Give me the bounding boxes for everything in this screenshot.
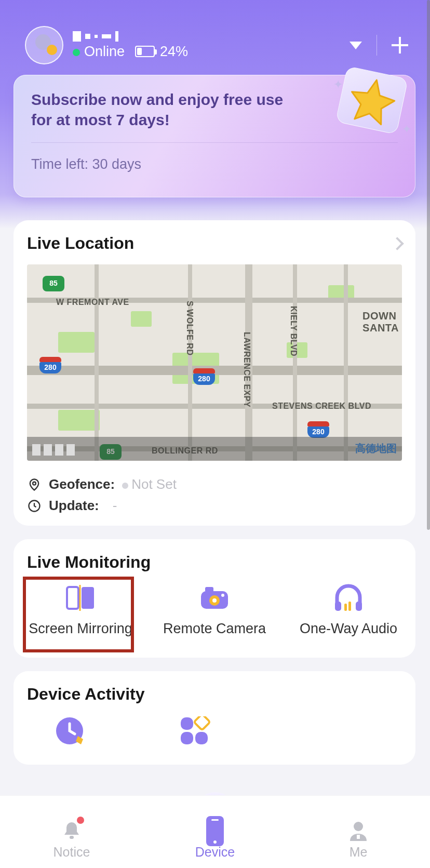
route-shield-icon: 85 <box>43 276 64 291</box>
svg-rect-12 <box>344 604 347 611</box>
route-shield-icon: 280 <box>307 421 329 437</box>
live-monitoring-title: Live Monitoring <box>14 553 415 572</box>
svg-rect-10 <box>335 602 341 611</box>
head�hones-icon <box>282 582 414 613</box>
device-name <box>73 31 188 42</box>
map-street-label: KIELY BLVD <box>289 306 298 356</box>
chevron-right-icon[interactable] <box>391 237 404 250</box>
map-street-label: W FREMONT AVE <box>56 298 129 307</box>
phone-icon <box>206 816 224 846</box>
app-activity-button[interactable] <box>180 716 211 747</box>
map-footer-overlay <box>27 437 402 461</box>
promo-title: Subscribe now and enjoy free use for at … <box>31 89 301 130</box>
live-location-title: Live Location <box>27 234 134 253</box>
map-provider-logo: 高德地图 <box>355 442 397 456</box>
tab-me[interactable]: Me <box>306 818 410 860</box>
svg-rect-18 <box>194 716 210 730</box>
remote-camera-button[interactable]: Remote Camera <box>148 582 280 637</box>
subscription-promo-card[interactable]: Subscribe now and enjoy free use for at … <box>14 75 415 197</box>
live-location-card: Live Location W FREMONT AVE S WOLFE RD L… <box>14 220 415 526</box>
bottom-tab-bar: Notice Device Me <box>0 795 430 868</box>
geofence-row[interactable]: Geofence: Not Set <box>27 476 402 492</box>
svg-point-0 <box>33 482 36 485</box>
screen-time-button[interactable] <box>55 716 86 747</box>
notification-badge <box>77 817 84 824</box>
svg-rect-21 <box>357 835 360 839</box>
svg-rect-11 <box>356 602 362 611</box>
tab-device[interactable]: Device <box>163 818 267 860</box>
geofence-pin-icon <box>27 477 42 492</box>
svg-rect-2 <box>67 587 78 609</box>
svg-rect-13 <box>348 602 351 611</box>
svg-rect-17 <box>195 732 208 744</box>
live-monitoring-card: Live Monitoring Screen Mirroring Remote … <box>14 539 415 658</box>
battery-status: 24% <box>135 44 188 60</box>
svg-rect-15 <box>181 717 193 730</box>
tab-notice[interactable]: Notice <box>20 818 124 860</box>
screen-mirroring-button[interactable]: Screen Mirroring <box>14 582 146 637</box>
svg-point-9 <box>221 594 224 597</box>
map-view[interactable]: W FREMONT AVE S WOLFE RD LAWRENCE EXPY K… <box>27 264 402 461</box>
status-dot-icon <box>73 49 80 56</box>
scrollbar[interactable] <box>427 0 430 530</box>
map-street-label: S WOLFE RD <box>185 301 194 355</box>
apps-grid-icon <box>180 716 211 744</box>
svg-rect-16 <box>181 732 193 744</box>
sparkle-icon: ✦ <box>402 123 411 136</box>
svg-point-8 <box>212 598 217 603</box>
svg-rect-19 <box>70 836 74 839</box>
route-shield-icon: 280 <box>193 368 215 384</box>
sparkle-icon: ✦ <box>333 78 343 91</box>
update-row: Update: - <box>27 498 402 514</box>
map-street-label: LAWRENCE EXPY <box>242 332 251 407</box>
top-bar: Online 24% <box>25 26 408 64</box>
route-shield-icon: 280 <box>39 357 61 372</box>
screen-mirroring-icon <box>14 582 146 613</box>
profile-avatar[interactable] <box>25 26 63 64</box>
divider <box>377 35 377 56</box>
online-status: Online <box>73 44 125 60</box>
clock-icon <box>27 499 42 513</box>
one-way-audio-button[interactable]: One-Way Audio <box>282 582 414 637</box>
device-activity-card: Device Activity <box>14 671 415 765</box>
promo-time-left: Time left: 30 days <box>31 156 398 172</box>
device-selector-dropdown-icon[interactable] <box>350 42 362 49</box>
device-activity-title: Device Activity <box>14 685 415 704</box>
svg-rect-3 <box>82 587 94 609</box>
person-icon <box>348 820 368 842</box>
svg-point-20 <box>354 822 363 831</box>
screen-time-icon <box>55 716 86 745</box>
add-device-icon[interactable] <box>392 37 408 54</box>
svg-rect-6 <box>205 587 213 592</box>
map-street-label: STEVENS CREEK BLVD <box>272 402 371 411</box>
star-badge-icon <box>335 66 408 135</box>
map-city-label: DOWN SANTA <box>362 310 399 334</box>
map-attribution-pixelated <box>32 444 75 456</box>
camera-icon <box>148 582 280 613</box>
battery-icon <box>135 46 155 57</box>
